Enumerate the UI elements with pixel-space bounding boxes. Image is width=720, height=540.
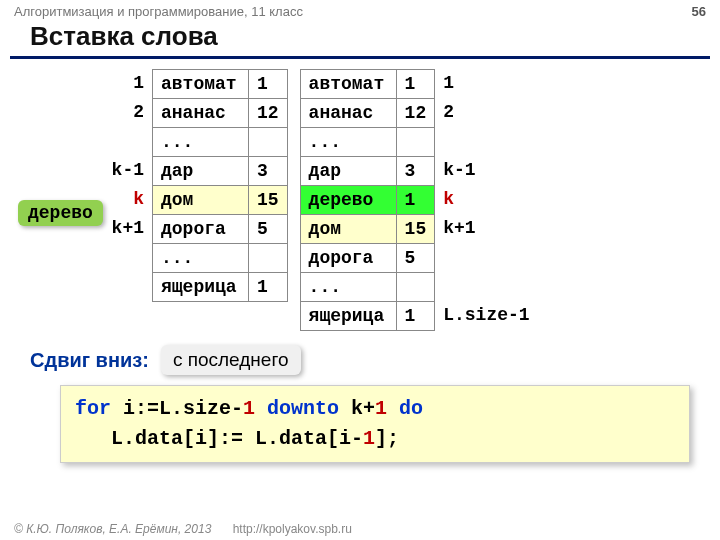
table-row: ящерица1 xyxy=(153,273,288,302)
index-cell: k+1 xyxy=(437,214,537,243)
count-cell: 1 xyxy=(396,70,435,99)
table-row: дерево1 xyxy=(300,186,435,215)
count-cell: 1 xyxy=(249,70,288,99)
index-cell: k-1 xyxy=(100,156,150,185)
table-row: дом15 xyxy=(300,215,435,244)
insert-word-tag: дерево xyxy=(18,200,103,226)
table-row: автомат1 xyxy=(153,70,288,99)
table-row: дом15 xyxy=(153,186,288,215)
word-cell: дар xyxy=(300,157,396,186)
count-cell xyxy=(249,244,288,273)
index-cell: 2 xyxy=(100,98,150,127)
index-cell xyxy=(437,127,537,156)
table-row: дар3 xyxy=(300,157,435,186)
word-cell: автомат xyxy=(300,70,396,99)
word-cell: ... xyxy=(153,128,249,157)
word-cell: дом xyxy=(153,186,249,215)
index-cell: k+1 xyxy=(100,214,150,243)
count-cell: 12 xyxy=(396,99,435,128)
table-row: ... xyxy=(300,128,435,157)
word-cell: ... xyxy=(300,273,396,302)
index-cell: L.size-1 xyxy=(437,301,537,330)
table-row: дорога5 xyxy=(300,244,435,273)
table-row: автомат1 xyxy=(300,70,435,99)
table-row: ананас12 xyxy=(300,99,435,128)
index-cell: k-1 xyxy=(437,156,537,185)
word-cell: дорога xyxy=(153,215,249,244)
index-cell xyxy=(437,272,537,301)
table-row: дорога5 xyxy=(153,215,288,244)
index-cell xyxy=(437,243,537,272)
shift-label: Сдвиг вниз: xyxy=(30,349,149,372)
table-row: ... xyxy=(153,244,288,273)
word-cell: ... xyxy=(300,128,396,157)
footer-url: http://kpolyakov.spb.ru xyxy=(233,522,352,536)
count-cell: 15 xyxy=(249,186,288,215)
count-cell xyxy=(396,273,435,302)
footer: © К.Ю. Поляков, Е.А. Ерёмин, 2013 http:/… xyxy=(14,522,352,536)
index-cell xyxy=(100,127,150,156)
index-cell: k xyxy=(437,185,537,214)
count-cell: 3 xyxy=(396,157,435,186)
word-cell: ящерица xyxy=(153,273,249,302)
table-row: ... xyxy=(153,128,288,157)
count-cell: 1 xyxy=(396,302,435,331)
table-row: дар3 xyxy=(153,157,288,186)
index-cell: 1 xyxy=(437,69,537,98)
count-cell: 1 xyxy=(396,186,435,215)
word-cell: ананас xyxy=(153,99,249,128)
count-cell xyxy=(396,128,435,157)
page-title: Вставка слова xyxy=(10,19,710,59)
right-index-col: 12k-1kk+1L.size-1 xyxy=(437,69,537,330)
table-row: ... xyxy=(300,273,435,302)
count-cell: 15 xyxy=(396,215,435,244)
index-cell xyxy=(100,243,150,272)
count-cell xyxy=(249,128,288,157)
shift-callout: с последнего xyxy=(161,345,301,375)
course-label: Алгоритмизация и программирование, 11 кл… xyxy=(14,4,303,19)
word-cell: дерево xyxy=(300,186,396,215)
code-block: for i:=L.size-1 downto k+1 do L.data[i]:… xyxy=(60,385,690,463)
copyright: © К.Ю. Поляков, Е.А. Ерёмин, 2013 xyxy=(14,522,211,536)
word-cell: ананас xyxy=(300,99,396,128)
index-cell: k xyxy=(100,185,150,214)
table-row: ящерица1 xyxy=(300,302,435,331)
count-cell: 12 xyxy=(249,99,288,128)
table-before: автомат1ананас12...дар3дом15дорога5...ящ… xyxy=(152,69,288,302)
word-cell: ящерица xyxy=(300,302,396,331)
count-cell: 5 xyxy=(396,244,435,273)
count-cell: 1 xyxy=(249,273,288,302)
left-index-col: 12k-1kk+1 xyxy=(100,69,150,301)
word-cell: автомат xyxy=(153,70,249,99)
page-number: 56 xyxy=(692,4,706,19)
word-cell: дом xyxy=(300,215,396,244)
count-cell: 5 xyxy=(249,215,288,244)
table-after: автомат1ананас12...дар3дерево1дом15дорог… xyxy=(300,69,436,331)
word-cell: дар xyxy=(153,157,249,186)
count-cell: 3 xyxy=(249,157,288,186)
word-cell: дорога xyxy=(300,244,396,273)
index-cell: 2 xyxy=(437,98,537,127)
word-cell: ... xyxy=(153,244,249,273)
tables-area: 12k-1kk+1 автомат1ананас12...дар3дом15до… xyxy=(0,69,720,331)
index-cell xyxy=(100,272,150,301)
index-cell: 1 xyxy=(100,69,150,98)
table-row: ананас12 xyxy=(153,99,288,128)
